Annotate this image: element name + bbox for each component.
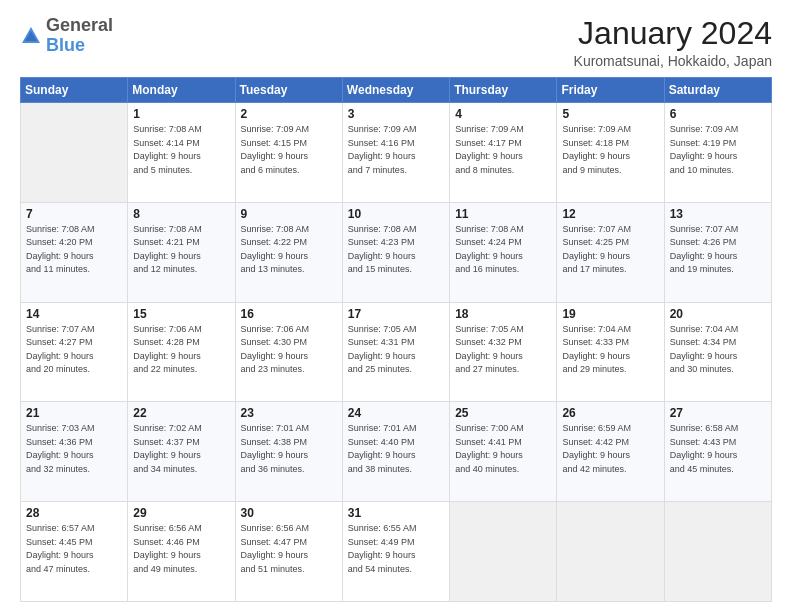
- day-info: Sunrise: 6:56 AMSunset: 4:46 PMDaylight:…: [133, 522, 229, 576]
- day-info: Sunrise: 6:59 AMSunset: 4:42 PMDaylight:…: [562, 422, 658, 476]
- day-number: 12: [562, 207, 658, 221]
- day-info: Sunrise: 7:04 AMSunset: 4:33 PMDaylight:…: [562, 323, 658, 377]
- calendar-week-row: 21Sunrise: 7:03 AMSunset: 4:36 PMDayligh…: [21, 402, 772, 502]
- table-row: 20Sunrise: 7:04 AMSunset: 4:34 PMDayligh…: [664, 302, 771, 402]
- page: General Blue January 2024 Kuromatsunai, …: [0, 0, 792, 612]
- day-number: 19: [562, 307, 658, 321]
- table-row: 6Sunrise: 7:09 AMSunset: 4:19 PMDaylight…: [664, 103, 771, 203]
- table-row: 27Sunrise: 6:58 AMSunset: 4:43 PMDayligh…: [664, 402, 771, 502]
- table-row: 15Sunrise: 7:06 AMSunset: 4:28 PMDayligh…: [128, 302, 235, 402]
- table-row: [21, 103, 128, 203]
- day-number: 15: [133, 307, 229, 321]
- logo-general: General: [46, 15, 113, 35]
- day-number: 17: [348, 307, 444, 321]
- table-row: 7Sunrise: 7:08 AMSunset: 4:20 PMDaylight…: [21, 202, 128, 302]
- day-number: 22: [133, 406, 229, 420]
- col-thursday: Thursday: [450, 78, 557, 103]
- logo-blue: Blue: [46, 35, 85, 55]
- day-number: 6: [670, 107, 766, 121]
- day-info: Sunrise: 6:55 AMSunset: 4:49 PMDaylight:…: [348, 522, 444, 576]
- day-number: 18: [455, 307, 551, 321]
- day-number: 25: [455, 406, 551, 420]
- day-number: 10: [348, 207, 444, 221]
- day-info: Sunrise: 7:04 AMSunset: 4:34 PMDaylight:…: [670, 323, 766, 377]
- calendar-week-row: 7Sunrise: 7:08 AMSunset: 4:20 PMDaylight…: [21, 202, 772, 302]
- day-number: 11: [455, 207, 551, 221]
- logo-icon: [20, 25, 42, 47]
- day-info: Sunrise: 7:07 AMSunset: 4:25 PMDaylight:…: [562, 223, 658, 277]
- day-info: Sunrise: 7:08 AMSunset: 4:22 PMDaylight:…: [241, 223, 337, 277]
- table-row: 16Sunrise: 7:06 AMSunset: 4:30 PMDayligh…: [235, 302, 342, 402]
- day-info: Sunrise: 7:08 AMSunset: 4:20 PMDaylight:…: [26, 223, 122, 277]
- table-row: [557, 502, 664, 602]
- table-row: 28Sunrise: 6:57 AMSunset: 4:45 PMDayligh…: [21, 502, 128, 602]
- day-number: 26: [562, 406, 658, 420]
- day-info: Sunrise: 7:09 AMSunset: 4:15 PMDaylight:…: [241, 123, 337, 177]
- day-info: Sunrise: 7:08 AMSunset: 4:23 PMDaylight:…: [348, 223, 444, 277]
- calendar-table: Sunday Monday Tuesday Wednesday Thursday…: [20, 77, 772, 602]
- col-saturday: Saturday: [664, 78, 771, 103]
- day-number: 7: [26, 207, 122, 221]
- day-number: 24: [348, 406, 444, 420]
- table-row: [664, 502, 771, 602]
- calendar-week-row: 14Sunrise: 7:07 AMSunset: 4:27 PMDayligh…: [21, 302, 772, 402]
- table-row: 26Sunrise: 6:59 AMSunset: 4:42 PMDayligh…: [557, 402, 664, 502]
- table-row: 31Sunrise: 6:55 AMSunset: 4:49 PMDayligh…: [342, 502, 449, 602]
- day-info: Sunrise: 7:09 AMSunset: 4:17 PMDaylight:…: [455, 123, 551, 177]
- day-number: 5: [562, 107, 658, 121]
- table-row: 29Sunrise: 6:56 AMSunset: 4:46 PMDayligh…: [128, 502, 235, 602]
- day-number: 14: [26, 307, 122, 321]
- table-row: 11Sunrise: 7:08 AMSunset: 4:24 PMDayligh…: [450, 202, 557, 302]
- day-number: 2: [241, 107, 337, 121]
- day-number: 23: [241, 406, 337, 420]
- day-info: Sunrise: 7:03 AMSunset: 4:36 PMDaylight:…: [26, 422, 122, 476]
- col-tuesday: Tuesday: [235, 78, 342, 103]
- day-number: 16: [241, 307, 337, 321]
- day-number: 8: [133, 207, 229, 221]
- day-info: Sunrise: 7:09 AMSunset: 4:16 PMDaylight:…: [348, 123, 444, 177]
- table-row: 13Sunrise: 7:07 AMSunset: 4:26 PMDayligh…: [664, 202, 771, 302]
- table-row: 30Sunrise: 6:56 AMSunset: 4:47 PMDayligh…: [235, 502, 342, 602]
- table-row: 4Sunrise: 7:09 AMSunset: 4:17 PMDaylight…: [450, 103, 557, 203]
- day-info: Sunrise: 7:02 AMSunset: 4:37 PMDaylight:…: [133, 422, 229, 476]
- day-info: Sunrise: 6:58 AMSunset: 4:43 PMDaylight:…: [670, 422, 766, 476]
- day-number: 27: [670, 406, 766, 420]
- day-info: Sunrise: 7:00 AMSunset: 4:41 PMDaylight:…: [455, 422, 551, 476]
- logo: General Blue: [20, 16, 113, 56]
- table-row: 19Sunrise: 7:04 AMSunset: 4:33 PMDayligh…: [557, 302, 664, 402]
- day-info: Sunrise: 7:06 AMSunset: 4:28 PMDaylight:…: [133, 323, 229, 377]
- table-row: 10Sunrise: 7:08 AMSunset: 4:23 PMDayligh…: [342, 202, 449, 302]
- calendar-week-row: 28Sunrise: 6:57 AMSunset: 4:45 PMDayligh…: [21, 502, 772, 602]
- day-info: Sunrise: 7:05 AMSunset: 4:32 PMDaylight:…: [455, 323, 551, 377]
- day-number: 9: [241, 207, 337, 221]
- day-number: 31: [348, 506, 444, 520]
- table-row: 18Sunrise: 7:05 AMSunset: 4:32 PMDayligh…: [450, 302, 557, 402]
- day-number: 20: [670, 307, 766, 321]
- table-row: 21Sunrise: 7:03 AMSunset: 4:36 PMDayligh…: [21, 402, 128, 502]
- table-row: 14Sunrise: 7:07 AMSunset: 4:27 PMDayligh…: [21, 302, 128, 402]
- col-wednesday: Wednesday: [342, 78, 449, 103]
- month-title: January 2024: [574, 16, 772, 51]
- day-info: Sunrise: 7:06 AMSunset: 4:30 PMDaylight:…: [241, 323, 337, 377]
- day-info: Sunrise: 7:01 AMSunset: 4:40 PMDaylight:…: [348, 422, 444, 476]
- table-row: 23Sunrise: 7:01 AMSunset: 4:38 PMDayligh…: [235, 402, 342, 502]
- day-number: 28: [26, 506, 122, 520]
- col-sunday: Sunday: [21, 78, 128, 103]
- table-row: 2Sunrise: 7:09 AMSunset: 4:15 PMDaylight…: [235, 103, 342, 203]
- day-number: 4: [455, 107, 551, 121]
- col-friday: Friday: [557, 78, 664, 103]
- day-info: Sunrise: 7:08 AMSunset: 4:24 PMDaylight:…: [455, 223, 551, 277]
- day-info: Sunrise: 6:56 AMSunset: 4:47 PMDaylight:…: [241, 522, 337, 576]
- day-info: Sunrise: 7:07 AMSunset: 4:26 PMDaylight:…: [670, 223, 766, 277]
- table-row: 1Sunrise: 7:08 AMSunset: 4:14 PMDaylight…: [128, 103, 235, 203]
- table-row: 5Sunrise: 7:09 AMSunset: 4:18 PMDaylight…: [557, 103, 664, 203]
- header: General Blue January 2024 Kuromatsunai, …: [20, 16, 772, 69]
- day-info: Sunrise: 7:05 AMSunset: 4:31 PMDaylight:…: [348, 323, 444, 377]
- day-info: Sunrise: 7:08 AMSunset: 4:21 PMDaylight:…: [133, 223, 229, 277]
- table-row: 3Sunrise: 7:09 AMSunset: 4:16 PMDaylight…: [342, 103, 449, 203]
- day-info: Sunrise: 7:09 AMSunset: 4:18 PMDaylight:…: [562, 123, 658, 177]
- calendar-header-row: Sunday Monday Tuesday Wednesday Thursday…: [21, 78, 772, 103]
- col-monday: Monday: [128, 78, 235, 103]
- table-row: 25Sunrise: 7:00 AMSunset: 4:41 PMDayligh…: [450, 402, 557, 502]
- title-block: January 2024 Kuromatsunai, Hokkaido, Jap…: [574, 16, 772, 69]
